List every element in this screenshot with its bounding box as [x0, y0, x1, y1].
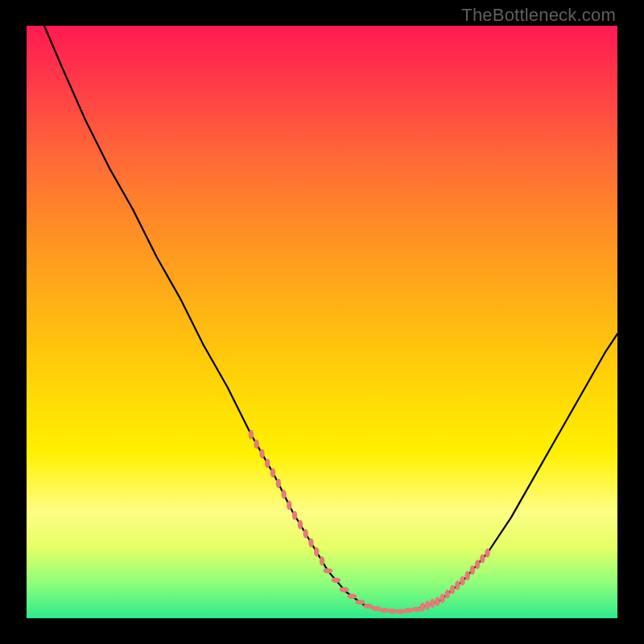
svg-point-1: [254, 440, 259, 449]
svg-point-8: [292, 510, 297, 520]
svg-point-36: [470, 565, 475, 575]
svg-point-28: [430, 599, 435, 609]
svg-point-16: [339, 587, 349, 592]
svg-point-4: [270, 469, 275, 478]
svg-point-24: [403, 608, 413, 613]
svg-point-27: [425, 601, 430, 610]
svg-point-37: [475, 559, 480, 569]
svg-point-10: [303, 529, 308, 539]
svg-point-14: [323, 568, 332, 573]
svg-point-13: [320, 556, 324, 566]
svg-point-2: [259, 449, 264, 459]
svg-point-9: [298, 520, 303, 530]
svg-point-17: [347, 594, 357, 599]
svg-point-3: [265, 459, 270, 469]
svg-point-34: [460, 576, 464, 586]
svg-point-18: [355, 600, 365, 605]
svg-point-11: [308, 538, 313, 547]
svg-point-5: [276, 479, 281, 489]
svg-point-15: [331, 578, 341, 583]
plot-area: [27, 26, 617, 618]
svg-point-31: [445, 589, 450, 599]
svg-point-30: [440, 594, 444, 604]
svg-point-0: [249, 430, 254, 440]
chart-frame: TheBottleneck.com: [0, 0, 644, 644]
svg-point-39: [485, 548, 489, 558]
svg-point-38: [480, 554, 485, 564]
watermark-text: TheBottleneck.com: [461, 5, 616, 26]
svg-point-35: [465, 571, 470, 580]
svg-point-23: [395, 609, 405, 613]
svg-point-21: [379, 608, 389, 613]
svg-point-7: [287, 501, 291, 510]
svg-point-25: [411, 607, 421, 612]
svg-point-32: [450, 585, 455, 595]
svg-point-26: [420, 602, 425, 612]
svg-point-33: [455, 580, 460, 590]
svg-point-6: [281, 489, 286, 499]
svg-point-12: [314, 547, 319, 557]
bottleneck-curve: [27, 26, 617, 618]
svg-point-29: [435, 597, 440, 606]
